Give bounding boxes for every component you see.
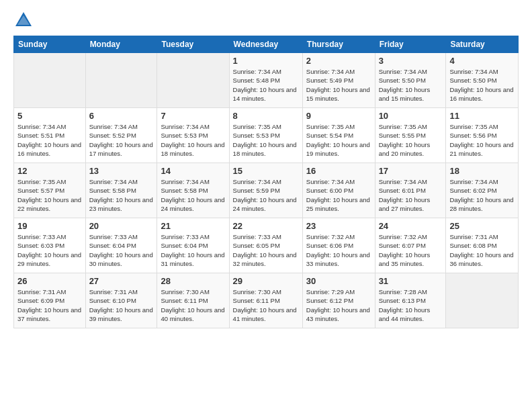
calendar-cell: 29 Sunrise: 7:30 AMSunset: 6:11 PMDaylig… xyxy=(229,273,302,328)
calendar-cell: 13 Sunrise: 7:34 AMSunset: 5:58 PMDaylig… xyxy=(85,163,157,218)
day-info: Sunrise: 7:31 AMSunset: 6:10 PMDaylight:… xyxy=(89,288,153,322)
day-number: 27 xyxy=(89,276,154,286)
day-number: 8 xyxy=(233,111,299,121)
day-info: Sunrise: 7:35 AMSunset: 5:55 PMDaylight:… xyxy=(379,123,431,157)
calendar-cell xyxy=(14,53,86,108)
weekday-header: Thursday xyxy=(302,36,375,53)
calendar-cell: 30 Sunrise: 7:29 AMSunset: 6:12 PMDaylig… xyxy=(302,273,375,328)
day-number: 5 xyxy=(17,111,82,121)
calendar-cell: 16 Sunrise: 7:34 AMSunset: 6:00 PMDaylig… xyxy=(302,163,375,218)
calendar-cell: 2 Sunrise: 7:34 AMSunset: 5:49 PMDayligh… xyxy=(302,53,375,108)
day-info: Sunrise: 7:33 AMSunset: 6:03 PMDaylight:… xyxy=(17,233,81,267)
day-info: Sunrise: 7:34 AMSunset: 6:00 PMDaylight:… xyxy=(306,178,370,212)
day-info: Sunrise: 7:34 AMSunset: 5:50 PMDaylight:… xyxy=(379,68,431,102)
day-number: 16 xyxy=(306,166,371,176)
calendar-cell: 11 Sunrise: 7:35 AMSunset: 5:56 PMDaylig… xyxy=(446,108,519,163)
calendar-cell: 3 Sunrise: 7:34 AMSunset: 5:50 PMDayligh… xyxy=(375,53,446,108)
weekday-header: Friday xyxy=(375,36,446,53)
header xyxy=(13,10,519,30)
day-number: 17 xyxy=(379,166,443,176)
calendar-cell: 24 Sunrise: 7:32 AMSunset: 6:07 PMDaylig… xyxy=(375,218,446,273)
day-info: Sunrise: 7:35 AMSunset: 5:57 PMDaylight:… xyxy=(17,178,81,212)
calendar-cell: 9 Sunrise: 7:35 AMSunset: 5:54 PMDayligh… xyxy=(302,108,375,163)
day-number: 20 xyxy=(89,221,154,231)
weekday-header: Sunday xyxy=(14,36,86,53)
day-info: Sunrise: 7:28 AMSunset: 6:13 PMDaylight:… xyxy=(379,288,431,322)
weekday-header: Tuesday xyxy=(157,36,229,53)
day-info: Sunrise: 7:34 AMSunset: 5:49 PMDaylight:… xyxy=(306,68,370,102)
day-number: 1 xyxy=(233,56,299,66)
calendar-cell: 12 Sunrise: 7:35 AMSunset: 5:57 PMDaylig… xyxy=(14,163,86,218)
calendar-week-row: 12 Sunrise: 7:35 AMSunset: 5:57 PMDaylig… xyxy=(14,163,519,218)
day-number: 4 xyxy=(449,56,515,66)
day-number: 14 xyxy=(161,166,225,176)
day-number: 19 xyxy=(17,221,82,231)
calendar-cell: 17 Sunrise: 7:34 AMSunset: 6:01 PMDaylig… xyxy=(375,163,446,218)
day-info: Sunrise: 7:35 AMSunset: 5:56 PMDaylight:… xyxy=(449,123,513,157)
day-number: 26 xyxy=(17,276,82,286)
day-number: 15 xyxy=(233,166,299,176)
day-number: 30 xyxy=(306,276,371,286)
calendar-cell xyxy=(85,53,157,108)
day-number: 13 xyxy=(89,166,154,176)
calendar-table: SundayMondayTuesdayWednesdayThursdayFrid… xyxy=(13,36,519,328)
calendar-cell: 5 Sunrise: 7:34 AMSunset: 5:51 PMDayligh… xyxy=(14,108,86,163)
page: SundayMondayTuesdayWednesdayThursdayFrid… xyxy=(0,0,532,411)
calendar-cell: 10 Sunrise: 7:35 AMSunset: 5:55 PMDaylig… xyxy=(375,108,446,163)
calendar-cell: 15 Sunrise: 7:34 AMSunset: 5:59 PMDaylig… xyxy=(229,163,302,218)
day-info: Sunrise: 7:30 AMSunset: 6:11 PMDaylight:… xyxy=(161,288,224,322)
calendar-cell: 8 Sunrise: 7:35 AMSunset: 5:53 PMDayligh… xyxy=(229,108,302,163)
day-number: 21 xyxy=(161,221,225,231)
calendar-cell: 14 Sunrise: 7:34 AMSunset: 5:58 PMDaylig… xyxy=(157,163,229,218)
calendar-cell: 26 Sunrise: 7:31 AMSunset: 6:09 PMDaylig… xyxy=(14,273,86,328)
calendar-cell: 31 Sunrise: 7:28 AMSunset: 6:13 PMDaylig… xyxy=(375,273,446,328)
day-number: 29 xyxy=(233,276,299,286)
day-info: Sunrise: 7:34 AMSunset: 5:58 PMDaylight:… xyxy=(161,178,224,212)
day-info: Sunrise: 7:30 AMSunset: 6:11 PMDaylight:… xyxy=(233,288,297,322)
calendar-cell xyxy=(157,53,229,108)
day-info: Sunrise: 7:34 AMSunset: 5:58 PMDaylight:… xyxy=(89,178,153,212)
calendar-cell: 4 Sunrise: 7:34 AMSunset: 5:50 PMDayligh… xyxy=(446,53,519,108)
day-number: 10 xyxy=(379,111,443,121)
calendar-week-row: 1 Sunrise: 7:34 AMSunset: 5:48 PMDayligh… xyxy=(14,53,519,108)
day-number: 12 xyxy=(17,166,82,176)
day-info: Sunrise: 7:35 AMSunset: 5:54 PMDaylight:… xyxy=(306,123,370,157)
day-number: 31 xyxy=(379,276,443,286)
day-number: 24 xyxy=(379,221,443,231)
calendar-cell xyxy=(446,273,519,328)
day-info: Sunrise: 7:31 AMSunset: 6:09 PMDaylight:… xyxy=(17,288,81,322)
day-info: Sunrise: 7:33 AMSunset: 6:04 PMDaylight:… xyxy=(161,233,224,267)
calendar-cell: 1 Sunrise: 7:34 AMSunset: 5:48 PMDayligh… xyxy=(229,53,302,108)
calendar-cell: 28 Sunrise: 7:30 AMSunset: 6:11 PMDaylig… xyxy=(157,273,229,328)
calendar-cell: 7 Sunrise: 7:34 AMSunset: 5:53 PMDayligh… xyxy=(157,108,229,163)
day-info: Sunrise: 7:33 AMSunset: 6:04 PMDaylight:… xyxy=(89,233,153,267)
day-number: 7 xyxy=(161,111,225,121)
day-info: Sunrise: 7:33 AMSunset: 6:05 PMDaylight:… xyxy=(233,233,297,267)
day-number: 25 xyxy=(449,221,515,231)
calendar-cell: 20 Sunrise: 7:33 AMSunset: 6:04 PMDaylig… xyxy=(85,218,157,273)
calendar-cell: 27 Sunrise: 7:31 AMSunset: 6:10 PMDaylig… xyxy=(85,273,157,328)
day-number: 11 xyxy=(449,111,515,121)
weekday-header: Monday xyxy=(85,36,157,53)
calendar-week-row: 19 Sunrise: 7:33 AMSunset: 6:03 PMDaylig… xyxy=(14,218,519,273)
day-info: Sunrise: 7:34 AMSunset: 5:59 PMDaylight:… xyxy=(233,178,297,212)
calendar-cell: 25 Sunrise: 7:31 AMSunset: 6:08 PMDaylig… xyxy=(446,218,519,273)
day-number: 6 xyxy=(89,111,154,121)
logo-icon xyxy=(13,10,34,30)
day-info: Sunrise: 7:34 AMSunset: 5:52 PMDaylight:… xyxy=(89,123,153,157)
calendar-week-row: 5 Sunrise: 7:34 AMSunset: 5:51 PMDayligh… xyxy=(14,108,519,163)
day-info: Sunrise: 7:34 AMSunset: 5:50 PMDaylight:… xyxy=(449,68,513,102)
day-info: Sunrise: 7:31 AMSunset: 6:08 PMDaylight:… xyxy=(449,233,513,267)
logo xyxy=(13,10,36,30)
day-number: 9 xyxy=(306,111,371,121)
calendar-cell: 23 Sunrise: 7:32 AMSunset: 6:06 PMDaylig… xyxy=(302,218,375,273)
calendar-week-row: 26 Sunrise: 7:31 AMSunset: 6:09 PMDaylig… xyxy=(14,273,519,328)
day-number: 22 xyxy=(233,221,299,231)
day-info: Sunrise: 7:34 AMSunset: 5:48 PMDaylight:… xyxy=(233,68,297,102)
day-number: 2 xyxy=(306,56,371,66)
day-info: Sunrise: 7:29 AMSunset: 6:12 PMDaylight:… xyxy=(306,288,370,322)
day-info: Sunrise: 7:32 AMSunset: 6:07 PMDaylight:… xyxy=(379,233,431,267)
day-info: Sunrise: 7:34 AMSunset: 6:02 PMDaylight:… xyxy=(449,178,513,212)
calendar-header-row: SundayMondayTuesdayWednesdayThursdayFrid… xyxy=(14,36,519,53)
day-number: 18 xyxy=(449,166,515,176)
